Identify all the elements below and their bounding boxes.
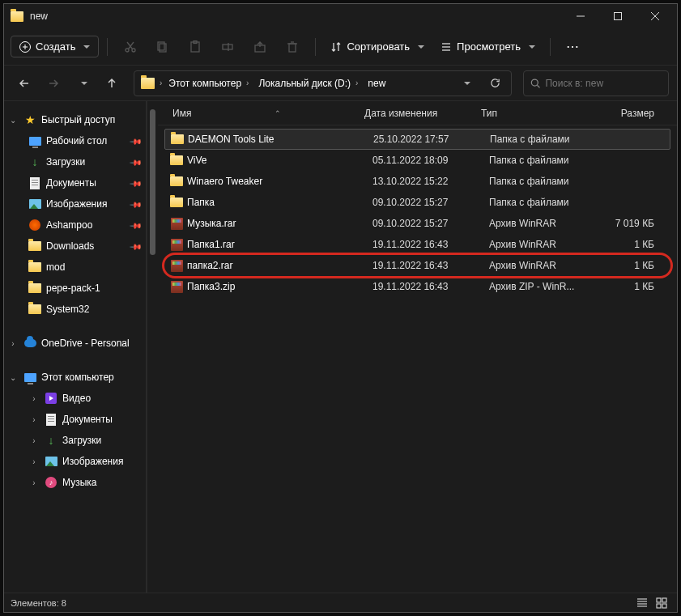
sidebar-downloads[interactable]: ↓Загрузки📌: [4, 151, 146, 172]
share-button[interactable]: [245, 34, 275, 60]
file-type: Папка с файлами: [489, 155, 601, 166]
sidebar-desktop[interactable]: Рабочий стол📌: [4, 130, 146, 151]
window-title: new: [30, 11, 48, 22]
search-input[interactable]: [545, 78, 662, 89]
folder-icon: [28, 262, 41, 272]
breadcrumb-segment[interactable]: new: [364, 78, 389, 89]
column-name[interactable]: Имя⌃: [158, 108, 364, 119]
column-type[interactable]: Тип: [481, 108, 593, 119]
svg-point-4: [126, 49, 129, 52]
details-view-button[interactable]: [633, 596, 651, 610]
column-size[interactable]: Размер: [593, 108, 669, 119]
file-row[interactable]: ViVe05.11.2022 18:09Папка с файлами: [164, 150, 670, 171]
rename-button[interactable]: [213, 34, 242, 60]
file-size: 1 КБ: [601, 260, 669, 271]
svg-line-22: [537, 85, 539, 87]
cut-button[interactable]: [116, 34, 145, 60]
chevron-right-icon: ›: [7, 339, 19, 348]
separator: [107, 38, 108, 56]
thumbnails-view-button[interactable]: [653, 596, 670, 610]
copy-button[interactable]: [148, 34, 177, 60]
document-icon: [46, 414, 56, 426]
archive-icon: [171, 281, 183, 293]
sort-icon: [330, 41, 342, 53]
create-button[interactable]: Создать: [11, 36, 99, 57]
file-type: Папка с файлами: [490, 134, 602, 145]
svg-rect-28: [662, 598, 666, 602]
delete-button[interactable]: [278, 34, 307, 60]
file-row[interactable]: DAEMON Tools Lite25.10.2022 17:57Папка с…: [164, 129, 670, 150]
file-row[interactable]: Winaero Tweaker13.10.2022 15:22Папка с ф…: [164, 171, 670, 192]
sidebar-downloads2[interactable]: Downloads📌: [4, 236, 146, 257]
sidebar-documents2[interactable]: ›Документы: [4, 409, 146, 430]
titlebar: new: [4, 4, 677, 28]
sidebar-video[interactable]: ›Видео: [4, 388, 146, 409]
sidebar-documents[interactable]: Документы📌: [4, 172, 146, 193]
video-icon: [45, 393, 57, 404]
addressbar[interactable]: › Этот компьютер› Локальный диск (D:)› n…: [134, 70, 512, 96]
column-date[interactable]: Дата изменения: [364, 108, 481, 119]
chevron-right-icon: ›: [246, 79, 249, 87]
download-icon: ↓: [45, 434, 57, 447]
view-button[interactable]: Просмотреть: [434, 37, 542, 56]
chevron-down-icon: ⌄: [7, 116, 19, 125]
up-button[interactable]: [100, 71, 124, 96]
sidebar-pictures[interactable]: Изображения📌: [4, 193, 146, 215]
sidebar-pictures2[interactable]: ›Изображения: [4, 451, 146, 472]
addressbar-dropdown[interactable]: [453, 71, 479, 96]
sidebar-ashampoo[interactable]: Ashampoo📌: [4, 215, 146, 236]
sidebar-downloads3[interactable]: ›↓Загрузки: [4, 430, 146, 451]
search-box[interactable]: [523, 70, 669, 96]
star-icon: ★: [23, 113, 36, 126]
sidebar-quick-access[interactable]: ⌄★Быстрый доступ: [4, 109, 146, 130]
toolbar: Создать Сортировать Просмотреть ⋯: [4, 28, 677, 66]
file-row[interactable]: папка2.rar19.11.2022 16:43Архив WinRAR1 …: [164, 255, 670, 276]
file-row[interactable]: Папка1.rar19.11.2022 16:43Архив WinRAR1 …: [164, 234, 670, 255]
file-row[interactable]: Музыка.rar09.10.2022 15:27Архив WinRAR7 …: [164, 213, 670, 234]
ashampoo-icon: [29, 219, 40, 231]
sidebar-system32[interactable]: System32: [4, 299, 146, 320]
image-icon: [45, 457, 57, 466]
minimize-button[interactable]: [562, 4, 599, 28]
sidebar-mod[interactable]: mod: [4, 257, 146, 278]
back-button[interactable]: [12, 71, 36, 96]
file-row[interactable]: Папка3.zip19.11.2022 16:43Архив ZIP - Wi…: [164, 276, 670, 297]
breadcrumb-segment[interactable]: Этот компьютер›: [165, 78, 252, 89]
recent-button[interactable]: [70, 71, 95, 96]
breadcrumb-segment[interactable]: Локальный диск (D:)›: [255, 78, 361, 89]
separator: [550, 38, 551, 56]
file-list: DAEMON Tools Lite25.10.2022 17:57Папка с…: [158, 125, 677, 593]
file-row[interactable]: Папка09.10.2022 15:27Папка с файлами: [164, 192, 670, 213]
svg-rect-30: [662, 604, 666, 608]
chevron-down-icon: [83, 45, 90, 49]
scrollbar-thumb[interactable]: [150, 109, 155, 255]
refresh-button[interactable]: [482, 71, 508, 96]
pin-icon: 📌: [130, 219, 143, 232]
file-name: ViVe: [187, 155, 372, 166]
file-name: Папка: [187, 197, 372, 208]
chevron-right-icon: ›: [28, 415, 40, 424]
file-type: Папка с файлами: [489, 176, 601, 187]
forward-button[interactable]: [41, 71, 66, 96]
svg-rect-27: [657, 598, 661, 602]
chevron-right-icon: ›: [28, 478, 40, 487]
sidebar-onedrive[interactable]: ›OneDrive - Personal: [4, 333, 146, 354]
folder-icon: [171, 134, 184, 144]
file-type: Архив WinRAR: [489, 218, 601, 229]
sidebar-thispc[interactable]: ⌄Этот компьютер: [4, 367, 146, 388]
sort-button[interactable]: Сортировать: [324, 37, 431, 56]
paste-button[interactable]: [181, 34, 210, 60]
sidebar-scrollbar[interactable]: [147, 101, 158, 593]
maximize-button[interactable]: [599, 4, 636, 28]
archive-icon: [171, 239, 183, 251]
sidebar-music[interactable]: ›♪Музыка: [4, 472, 146, 493]
file-size: 1 КБ: [601, 239, 669, 250]
chevron-down-icon: [464, 82, 470, 85]
sidebar-pepe[interactable]: pepe-pack-1: [4, 278, 146, 299]
sort-ascending-icon: ⌃: [275, 109, 281, 117]
cloud-icon: [24, 339, 36, 347]
music-icon: ♪: [45, 477, 57, 488]
close-button[interactable]: [636, 4, 674, 28]
more-button[interactable]: ⋯: [559, 39, 588, 54]
separator: [315, 38, 316, 56]
